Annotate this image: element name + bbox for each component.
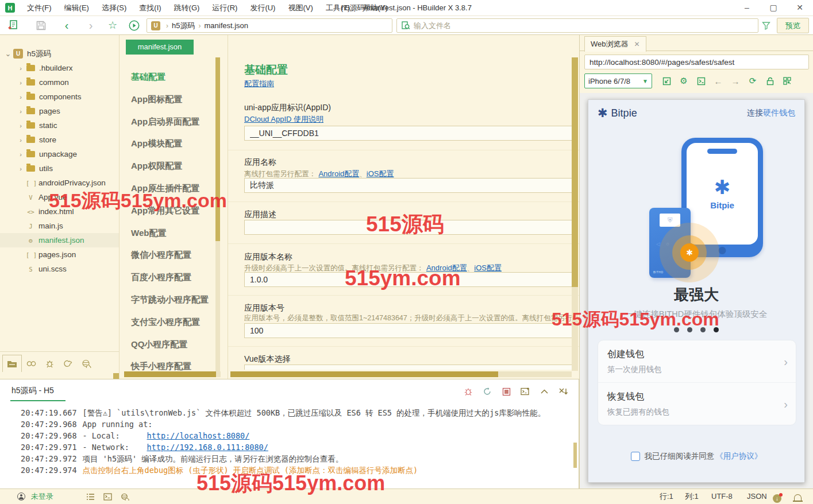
collapse-panel-icon[interactable]: [539, 386, 549, 397]
file-language[interactable]: JSON: [747, 489, 767, 504]
appid-doc-link[interactable]: DCloud AppID 使用说明: [244, 114, 323, 125]
tree-file-manifest[interactable]: ⚙manifest.json: [0, 233, 119, 247]
close-icon[interactable]: ✕: [634, 40, 640, 48]
tree-folder-unpackage[interactable]: unpackage: [0, 147, 119, 161]
user-agreement-link[interactable]: 《用户协议》: [715, 451, 762, 462]
maximize-icon[interactable]: ▢: [760, 0, 787, 16]
agreement-checkbox[interactable]: [631, 452, 640, 461]
menu-goto[interactable]: 跳转(G): [168, 0, 206, 16]
search-panel-icon[interactable]: [22, 355, 40, 372]
config-section-app-icon[interactable]: App图标配置: [131, 88, 209, 111]
config-nav-hscrollbar[interactable]: [124, 371, 221, 377]
back-icon[interactable]: ‹: [60, 19, 73, 32]
app-name-input[interactable]: [244, 178, 576, 193]
config-section-basic[interactable]: 基础配置: [131, 66, 209, 88]
tree-folder-utils[interactable]: utils: [0, 161, 119, 176]
config-section-alipay[interactable]: 支付宝小程序配置: [131, 311, 209, 334]
debug-panel-icon[interactable]: [40, 355, 59, 372]
browser-tab[interactable]: Web浏览器 ✕: [584, 36, 646, 52]
console-tab[interactable]: h5源码 - H5: [11, 386, 54, 396]
update-clock-icon[interactable]: ↓: [773, 489, 781, 504]
vue-version-input[interactable]: [244, 365, 576, 370]
create-wallet-item[interactable]: 创建钱包 第一次使用钱包 ›: [598, 340, 796, 382]
appid-input[interactable]: [244, 126, 576, 141]
favorite-star-icon[interactable]: ☆: [106, 19, 119, 32]
config-nav-scrollbar[interactable]: [215, 57, 220, 372]
web-server-icon[interactable]: [121, 489, 129, 504]
tree-folder-components[interactable]: components: [0, 90, 119, 104]
notification-bell-icon[interactable]: [794, 489, 802, 504]
tree-file-uniscss[interactable]: Suni.scss: [0, 262, 119, 276]
tree-file-mainjs[interactable]: Jmain.js: [0, 219, 119, 233]
config-section-permissions[interactable]: App权限配置: [131, 155, 209, 177]
file-search-input[interactable]: [414, 21, 758, 30]
menu-edit[interactable]: 编辑(E): [58, 0, 95, 16]
form-hscrollbar[interactable]: [230, 371, 572, 377]
nav-forward-icon[interactable]: →: [727, 76, 744, 86]
ios-config-link[interactable]: iOS配置: [474, 263, 502, 272]
tree-folder-hbuilderx[interactable]: .hbuilderx: [0, 61, 119, 75]
menu-view[interactable]: 视图(V): [282, 0, 319, 16]
breadcrumb-file[interactable]: manifest.json: [204, 21, 248, 30]
cursor-col[interactable]: 列:1: [685, 489, 699, 504]
restore-wallet-item[interactable]: 恢复钱包 恢复已拥有的钱包 ›: [598, 383, 796, 425]
panel-resize-grip[interactable]: [113, 373, 119, 379]
cursor-line[interactable]: 行:1: [660, 489, 673, 504]
qr-code-icon[interactable]: [779, 77, 796, 85]
settings-gear-icon[interactable]: ⚙: [675, 76, 692, 86]
config-section-modules[interactable]: App模块配置: [131, 133, 209, 155]
detach-window-icon[interactable]: [658, 77, 675, 86]
save-icon[interactable]: [34, 19, 47, 32]
connect-hardware-wallet-link[interactable]: 连接硬件钱包: [747, 108, 795, 118]
config-section-splash[interactable]: App启动界面配置: [131, 111, 209, 133]
android-config-link[interactable]: Android配置: [318, 169, 359, 178]
console-scrollbar[interactable]: [573, 443, 577, 468]
console-terminal-icon[interactable]: [692, 77, 710, 86]
browser-url-input[interactable]: [584, 55, 809, 69]
breadcrumb-project[interactable]: h5源码: [172, 21, 195, 31]
stop-icon[interactable]: [501, 386, 511, 397]
restart-icon[interactable]: [482, 386, 492, 397]
minimize-icon[interactable]: –: [734, 0, 760, 16]
outline-icon[interactable]: [86, 489, 95, 504]
project-root-row[interactable]: U h5源码: [0, 46, 119, 61]
new-terminal-icon[interactable]: [520, 386, 530, 397]
tree-folder-store[interactable]: store: [0, 133, 119, 147]
editor-tab-manifest[interactable]: manifest.json: [126, 40, 194, 55]
lock-icon[interactable]: [761, 77, 779, 86]
menu-find[interactable]: 查找(I): [133, 0, 167, 16]
close-icon[interactable]: ✕: [787, 0, 813, 16]
ios-config-link[interactable]: iOS配置: [367, 169, 394, 178]
tree-folder-static[interactable]: static: [0, 118, 119, 133]
files-panel-tab[interactable]: [2, 355, 22, 372]
version-code-input[interactable]: [244, 323, 576, 338]
source-control-icon[interactable]: [59, 355, 77, 372]
device-select[interactable]: iPhone 6/7/8 ▼: [584, 73, 652, 88]
terminal-icon[interactable]: [103, 489, 112, 504]
config-section-weixin[interactable]: 微信小程序配置: [131, 244, 209, 266]
nav-back-icon[interactable]: ←: [710, 76, 727, 86]
tree-file-pagesjson[interactable]: [ ]pages.json: [0, 247, 119, 262]
clear-console-icon[interactable]: [558, 386, 568, 397]
config-section-baidu[interactable]: 百度小程序配置: [131, 266, 209, 289]
breadcrumb[interactable]: U h5源码 manifest.json: [147, 18, 392, 33]
config-section-qq[interactable]: QQ小程序配置: [131, 334, 209, 356]
run-icon[interactable]: [128, 19, 140, 32]
network-url-link[interactable]: http://192.168.0.111:8080/: [147, 443, 268, 452]
menu-file[interactable]: 文件(F): [21, 0, 58, 16]
preview-button[interactable]: 预览: [777, 18, 809, 33]
web-cloud-icon[interactable]: [77, 355, 95, 372]
refresh-icon[interactable]: ⟳: [744, 76, 761, 86]
forward-icon[interactable]: ›: [84, 19, 97, 32]
config-section-web[interactable]: Web配置: [131, 222, 209, 245]
config-guide-link[interactable]: 配置指南: [244, 79, 274, 89]
encoding[interactable]: UTF-8: [711, 489, 733, 504]
tree-folder-common[interactable]: common: [0, 75, 119, 90]
tree-folder-pages[interactable]: pages: [0, 104, 119, 118]
local-url-link[interactable]: http://localhost:8080/: [147, 431, 250, 440]
menu-select[interactable]: 选择(S): [95, 0, 133, 16]
file-search-box[interactable]: [396, 18, 758, 33]
filter-funnel-icon[interactable]: [760, 19, 772, 32]
new-file-icon[interactable]: [7, 19, 20, 32]
login-status[interactable]: 未登录: [17, 489, 53, 504]
